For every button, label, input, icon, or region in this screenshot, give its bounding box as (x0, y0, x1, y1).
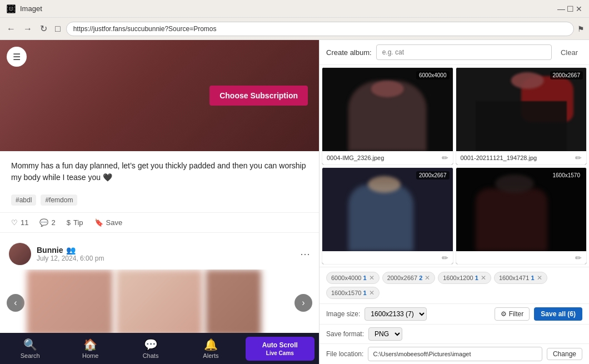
filename-1: 0004-IMG_2326.jpeg (327, 154, 384, 161)
search-icon: 🔍 (23, 338, 37, 351)
grid-item-footer-3: ✏ (322, 251, 453, 265)
alerts-nav-label: Alerts (203, 352, 218, 359)
carousel-image-1 (27, 270, 113, 336)
image-carousel: ‹ › (0, 270, 319, 336)
new-tab-button[interactable]: □ (53, 23, 63, 35)
filter-tag-label-3: 1600x1200 1 (443, 275, 478, 281)
chats-nav-item[interactable]: 💬 Chats (121, 335, 181, 362)
save-all-button[interactable]: Save all (6) (534, 307, 582, 321)
address-bar: ← → ↻ □ ⚑ (0, 18, 589, 40)
page-content: ☰ Choose Subscription Mommy has a fun da… (0, 40, 319, 364)
edit-button-4[interactable]: ✏ (575, 253, 582, 262)
save-label: Save (106, 218, 123, 227)
tag-abdl[interactable]: #abdl (11, 195, 36, 206)
carousel-image-2 (116, 270, 202, 336)
carousel-prev-button[interactable]: ‹ (7, 294, 24, 312)
maximize-button[interactable]: ☐ (567, 6, 573, 12)
search-nav-label: Search (21, 352, 40, 359)
album-input[interactable] (376, 44, 552, 60)
tag-femdom[interactable]: #femdom (41, 195, 77, 206)
comment-count: 2 (51, 218, 55, 227)
carousel-image-3 (206, 270, 261, 336)
location-row: File location: Change (320, 343, 589, 364)
auto-scroll-label: Auto Scroll (262, 341, 298, 349)
post-date: July 12, 2024, 6:00 pm (37, 255, 294, 262)
filter-tags: 6000x4000 1 ✕ 2000x2667 2 ✕ 1600x1200 1 … (320, 267, 589, 303)
post-author: Bunnie 👥 (37, 246, 294, 255)
format-row: Save format: PNG (320, 324, 589, 343)
save-post-button[interactable]: 🔖 Save (94, 218, 123, 227)
edit-button-2[interactable]: ✏ (575, 153, 582, 162)
choose-subscription-button[interactable]: Choose Subscription (209, 86, 308, 106)
save-image-button-1[interactable]: Save (327, 164, 453, 165)
main-content: ☰ Choose Subscription Mommy has a fun da… (0, 40, 589, 364)
carousel-next-button[interactable]: › (294, 294, 312, 312)
home-nav-label: Home (82, 352, 98, 359)
bookmark-button[interactable]: ⚑ (577, 24, 585, 33)
file-location-input[interactable] (368, 347, 542, 361)
format-select[interactable]: PNG (368, 327, 402, 341)
heart-icon: ♡ (11, 218, 18, 227)
avatar (9, 243, 31, 265)
image-grid: 6000x4000 0004-IMG_2326.jpeg ✏ Save (320, 65, 589, 267)
title-bar-left: 🖼 Imaget (7, 4, 42, 13)
comment-icon: 💬 (39, 218, 48, 227)
clear-button[interactable]: Clear (556, 46, 582, 59)
image-dimensions-3: 2000x2667 (416, 171, 450, 179)
alerts-nav-item[interactable]: 🔔 Alerts (181, 335, 241, 362)
filter-tag-label-2: 2000x2667 2 (387, 275, 423, 281)
tip-button[interactable]: $ Tip (67, 218, 83, 227)
minimize-button[interactable]: — (558, 6, 565, 12)
grid-image-1: 6000x4000 (322, 68, 453, 151)
home-icon: 🏠 (83, 338, 97, 351)
edit-button-3[interactable]: ✏ (442, 253, 448, 262)
app-title: Imaget (20, 4, 42, 13)
address-input[interactable] (66, 22, 574, 36)
image-size-select[interactable]: 1600x2133 (7) (365, 307, 427, 321)
comment-button[interactable]: 💬 2 (39, 218, 55, 227)
like-button[interactable]: ♡ 11 (11, 218, 28, 227)
forward-button[interactable]: → (21, 23, 34, 35)
filter-tag-6000x4000: 6000x4000 1 ✕ (326, 272, 380, 284)
post-header: Bunnie 👥 July 12, 2024, 6:00 pm ⋯ (0, 238, 319, 270)
more-options-button[interactable]: ⋯ (300, 248, 310, 260)
auto-scroll-button[interactable]: Auto Scroll Live Cams (246, 337, 315, 361)
search-nav-item[interactable]: 🔍 Search (0, 335, 60, 362)
grid-item-3: 2000x2667 ✏ (322, 167, 453, 265)
change-button[interactable]: Change (547, 348, 582, 360)
second-post: Bunnie 👥 July 12, 2024, 6:00 pm ⋯ ‹ (0, 233, 319, 342)
close-button[interactable]: ✕ (576, 6, 582, 12)
save-image-button-2[interactable]: Save (461, 164, 587, 165)
alerts-icon: 🔔 (204, 338, 218, 351)
filter-tag-1600x1200: 1600x1200 1 ✕ (438, 272, 491, 284)
filter-button[interactable]: ⚙ Filter (495, 307, 530, 321)
grid-item-footer-2: 0001-20211121_194728.jpg ✏ (456, 151, 587, 164)
imaget-top-bar: Create album: Clear (320, 40, 589, 65)
post-text: Mommy has a fun day planned, let’s get y… (0, 151, 319, 192)
browser-panel: ☰ Choose Subscription Mommy has a fun da… (0, 40, 320, 364)
filter-tag-remove-2[interactable]: ✕ (425, 274, 430, 282)
file-location-label: File location: (326, 350, 363, 358)
hamburger-button[interactable]: ☰ (7, 47, 27, 67)
image-size-label: Image size: (326, 310, 360, 318)
bottom-nav: 🔍 Search 🏠 Home 💬 Chats 🔔 Alerts Auto Sc… (0, 333, 319, 364)
filter-tag-remove-3[interactable]: ✕ (481, 274, 486, 282)
filter-tag-1600x1471: 1600x1471 1 ✕ (494, 272, 547, 284)
bookmark-icon: 🔖 (94, 218, 103, 227)
filter-tag-remove-5[interactable]: ✕ (369, 289, 375, 297)
like-count: 11 (21, 218, 28, 227)
create-album-label: Create album: (326, 48, 372, 57)
edit-button-1[interactable]: ✏ (442, 153, 448, 162)
post-meta: Bunnie 👥 July 12, 2024, 6:00 pm (37, 246, 294, 262)
reload-button[interactable]: ↻ (38, 22, 49, 35)
tip-label: Tip (73, 218, 83, 227)
filter-tag-remove-4[interactable]: ✕ (537, 274, 542, 282)
dollar-icon: $ (67, 218, 71, 227)
back-button[interactable]: ← (4, 23, 18, 35)
filter-tag-label-5: 1600x1570 1 (331, 290, 367, 296)
home-nav-item[interactable]: 🏠 Home (60, 335, 120, 362)
carousel-track (0, 270, 319, 336)
image-dimensions-4: 1600x1570 (550, 171, 583, 179)
filter-tag-remove-1[interactable]: ✕ (369, 274, 375, 282)
grid-item-1: 6000x4000 0004-IMG_2326.jpeg ✏ Save (322, 67, 453, 165)
